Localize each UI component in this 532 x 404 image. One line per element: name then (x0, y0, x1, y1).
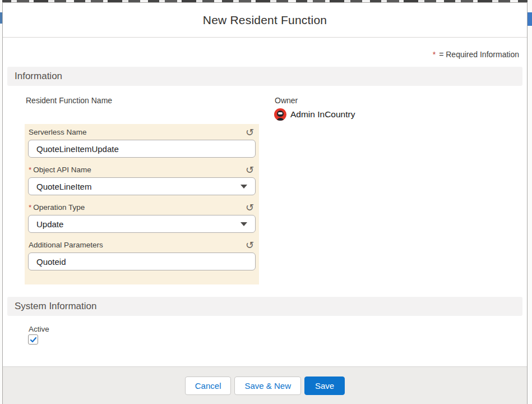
serverless-name-label: Serverless Name (29, 128, 87, 136)
undo-icon[interactable]: ↺ (244, 241, 255, 249)
owner-name: Admin InCountry (290, 109, 355, 120)
additional-parameters-input[interactable] (28, 252, 256, 270)
save-button[interactable]: Save (304, 377, 345, 395)
section-header-system-information: System Information (7, 297, 522, 316)
required-note-text: = Required Information (439, 50, 519, 59)
section-title: System Information (15, 301, 96, 312)
dropdown-arrow-icon (240, 185, 247, 189)
active-label: Active (29, 325, 49, 333)
dropdown-arrow-icon (240, 222, 247, 226)
operation-type-selected-value: Update (36, 219, 63, 229)
undo-icon[interactable]: ↺ (244, 204, 255, 212)
serverless-name-input[interactable] (28, 140, 256, 158)
modal-body: *= Required Information Information Resi… (3, 38, 527, 366)
operation-type-label: Operation Type (33, 203, 85, 212)
cancel-button[interactable]: Cancel (185, 377, 232, 395)
additional-parameters-label: Additional Parameters (29, 241, 103, 249)
checkmark-icon (30, 336, 37, 343)
object-api-name-selected-value: QuoteLineItem (36, 182, 91, 191)
required-asterisk-icon: * (29, 203, 31, 212)
field-group-object-api-name: * Object API Name ↺ QuoteLineItem (28, 165, 256, 195)
new-resident-function-modal: New Resident Function *= Required Inform… (2, 2, 528, 404)
required-asterisk-icon: * (433, 50, 436, 59)
background-blue-fragment (528, 12, 532, 26)
owner-value-row: Admin InCountry (274, 108, 355, 121)
save-and-new-button[interactable]: Save & New (234, 377, 301, 395)
avatar-ninja-body (276, 118, 284, 121)
user-avatar-icon (274, 108, 286, 121)
undo-icon[interactable]: ↺ (244, 128, 255, 136)
object-api-name-select[interactable]: QuoteLineItem (28, 177, 256, 195)
field-group-operation-type: * Operation Type ↺ Update (28, 203, 256, 233)
required-information-note: *= Required Information (433, 50, 519, 59)
object-api-name-label: Object API Name (33, 166, 91, 174)
field-group-additional-parameters: Additional Parameters ↺ (28, 240, 256, 270)
modal-title: New Resident Function (203, 13, 327, 27)
field-group-serverless-name: Serverless Name ↺ (28, 127, 256, 158)
modal-header: New Resident Function (3, 3, 527, 38)
resident-function-name-label: Resident Function Name (26, 96, 112, 105)
required-asterisk-icon: * (29, 166, 31, 174)
undo-icon[interactable]: ↺ (244, 166, 255, 174)
section-title: Information (15, 71, 62, 82)
background-page-right-sliver (528, 0, 532, 404)
section-header-information: Information (7, 67, 522, 86)
avatar-ninja-eyes (278, 112, 283, 114)
edited-fields-panel: Serverless Name ↺ * Object API Name ↺ Qu… (25, 124, 259, 284)
operation-type-select[interactable]: Update (28, 215, 256, 233)
owner-label: Owner (275, 96, 298, 105)
modal-footer: Cancel Save & New Save (3, 366, 527, 404)
active-checkbox[interactable] (28, 334, 38, 345)
